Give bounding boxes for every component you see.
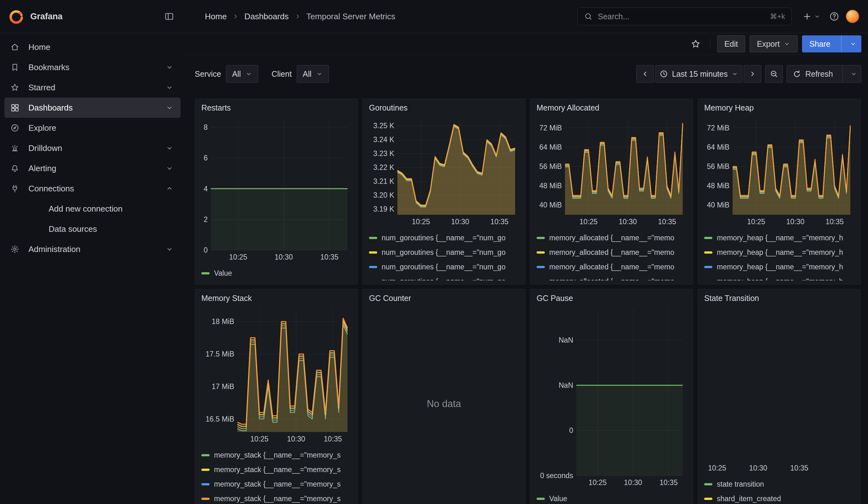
legend-item[interactable]: memory_allocated {__name__="memo: [537, 260, 686, 274]
panel-header[interactable]: GC Pause: [537, 294, 686, 303]
sidebar-item-starred[interactable]: Starred: [4, 78, 180, 97]
sidebar-item-home[interactable]: Home: [4, 37, 180, 57]
legend-item[interactable]: state transition: [704, 477, 854, 491]
sidebar-item-alerting[interactable]: Alerting: [4, 158, 180, 178]
search-input[interactable]: Search... ⌘+k: [577, 8, 792, 25]
chevron-down-icon[interactable]: [165, 104, 174, 112]
panel-header[interactable]: Memory Stack: [202, 294, 351, 303]
avatar[interactable]: [846, 10, 859, 23]
legend-item[interactable]: num_goroutines {__name__="num_go: [369, 245, 519, 260]
chart[interactable]: 40 MiB48 MiB56 MiB64 MiB72 MiB10:2510:30…: [704, 114, 854, 227]
legend-label: num_goroutines {__name__="num_go: [382, 263, 505, 271]
svg-text:10:30: 10:30: [786, 218, 805, 226]
refresh-button-main[interactable]: Refresh: [787, 70, 839, 79]
top-actions: [800, 9, 859, 24]
svg-text:NaN: NaN: [559, 381, 573, 389]
chevron-right-icon: [748, 70, 757, 78]
help-button[interactable]: [827, 9, 841, 24]
panel-header[interactable]: Memory Heap: [704, 103, 854, 112]
legend-swatch: [537, 237, 545, 239]
chart[interactable]: 40 MiB48 MiB56 MiB64 MiB72 MiB10:2510:30…: [537, 114, 686, 227]
svg-text:10:30: 10:30: [749, 464, 767, 472]
legend-swatch: [537, 266, 545, 268]
time-shift-back-button[interactable]: [636, 65, 654, 83]
legend-swatch: [369, 251, 377, 254]
svg-text:10:30: 10:30: [619, 218, 637, 226]
chevron-down-icon: [814, 13, 821, 20]
legend-item[interactable]: memory_allocated {__name__="memo: [537, 274, 686, 280]
legend-item[interactable]: Value: [537, 491, 686, 504]
breadcrumb-item-home[interactable]: Home: [205, 12, 227, 21]
svg-text:17.5 MiB: 17.5 MiB: [206, 350, 234, 358]
panel-header[interactable]: Goroutines: [369, 103, 519, 112]
time-shift-forward-button[interactable]: [744, 65, 761, 83]
panel-header[interactable]: GC Counter: [369, 294, 519, 303]
chevron-up-icon[interactable]: [165, 184, 174, 193]
chart[interactable]: 10:2510:3010:35: [704, 305, 854, 474]
sidebar-item-add-new-connection[interactable]: Add new connection: [4, 199, 180, 219]
chevron-down-icon[interactable]: [165, 164, 174, 172]
chart[interactable]: 3.19 K3.20 K3.21 K3.22 K3.23 K3.24 K3.25…: [369, 114, 519, 227]
legend-item[interactable]: num_goroutines {__name__="num_go: [369, 260, 519, 274]
favorite-button[interactable]: [689, 37, 703, 51]
legend-item[interactable]: num_goroutines {__name__="num_go: [369, 230, 519, 245]
sidebar-item-dashboards[interactable]: Dashboards: [4, 97, 180, 118]
sidebar-item-connections[interactable]: Connections: [4, 178, 180, 199]
chart[interactable]: No data: [369, 305, 519, 503]
legend-item[interactable]: memory_stack {__name__="memory_s: [202, 462, 351, 477]
sidebar-item-data-sources[interactable]: Data sources: [4, 219, 180, 239]
chart[interactable]: 0246810:2510:3010:35: [202, 114, 351, 263]
panel-left-icon[interactable]: [162, 10, 176, 23]
client-picker[interactable]: All: [297, 65, 329, 83]
legend-item[interactable]: memory_allocated {__name__="memo: [537, 230, 686, 245]
chart[interactable]: 0 seconds0NaNNaN10:2510:3010:35: [537, 305, 686, 488]
service-picker[interactable]: All: [226, 65, 258, 83]
legend-item[interactable]: memory_heap {__name__="memory_h: [704, 230, 854, 245]
sidebar-item-administration[interactable]: Administration: [4, 239, 180, 259]
chevron-down-icon[interactable]: [165, 83, 174, 92]
time-range-picker[interactable]: Last 15 minutes: [655, 65, 743, 83]
chart[interactable]: 16.5 MiB17 MiB17.5 MiB18 MiB10:2510:3010…: [202, 305, 351, 445]
svg-text:18 MiB: 18 MiB: [211, 317, 234, 326]
refresh-button[interactable]: Refresh: [787, 65, 861, 83]
zoom-out-button[interactable]: [765, 65, 783, 83]
legend-item[interactable]: Value: [202, 266, 351, 280]
legend-item[interactable]: num_goroutines {__name__="num_go: [369, 274, 519, 280]
chevron-down-icon[interactable]: [845, 40, 861, 48]
export-button[interactable]: Export: [750, 35, 798, 52]
sidebar-item-label: Data sources: [49, 224, 97, 234]
legend-label: memory_stack {__name__="memory_s: [214, 480, 341, 488]
chevron-down-icon[interactable]: [165, 63, 174, 71]
sidebar-item-bookmarks[interactable]: Bookmarks: [4, 57, 180, 78]
svg-text:0: 0: [204, 246, 208, 254]
legend-item[interactable]: memory_stack {__name__="memory_s: [202, 477, 351, 491]
legend-item[interactable]: memory_heap {__name__="memory_h: [704, 260, 854, 274]
legend-item[interactable]: memory_heap {__name__="memory_h: [704, 274, 854, 280]
panel-header[interactable]: State Transition: [704, 294, 854, 303]
legend-item[interactable]: memory_allocated {__name__="memo: [537, 245, 686, 260]
new-button[interactable]: [800, 10, 823, 23]
client-filter-label: Client: [271, 70, 292, 79]
edit-button[interactable]: Edit: [717, 35, 745, 52]
legend-item[interactable]: memory_stack {__name__="memory_s: [202, 491, 351, 504]
chevron-down-icon[interactable]: [165, 144, 174, 152]
svg-text:0: 0: [569, 426, 573, 434]
legend-swatch: [704, 237, 712, 239]
panel-header[interactable]: Memory Allocated: [537, 103, 686, 112]
chevron-down-icon[interactable]: [165, 245, 174, 253]
legend-item[interactable]: memory_stack {__name__="memory_s: [202, 448, 351, 462]
sidebar-item-drilldown[interactable]: Drilldown: [4, 138, 180, 158]
svg-text:0 seconds: 0 seconds: [540, 472, 573, 480]
panel-header[interactable]: Restarts: [202, 103, 351, 112]
grafana-logo[interactable]: [9, 9, 23, 24]
refresh-button-label: Refresh: [805, 70, 833, 79]
share-button[interactable]: Share: [802, 35, 861, 52]
legend-item[interactable]: memory_heap {__name__="memory_h: [704, 245, 854, 260]
chevron-down-icon: [731, 70, 738, 78]
legend-item[interactable]: shard_item_created: [704, 491, 854, 504]
breadcrumb-item-dashboards[interactable]: Dashboards: [244, 12, 289, 21]
sidebar-item-explore[interactable]: Explore: [4, 118, 180, 138]
legend-swatch: [202, 483, 209, 485]
svg-text:10:35: 10:35: [826, 218, 844, 226]
chevron-down-icon[interactable]: [847, 70, 861, 78]
